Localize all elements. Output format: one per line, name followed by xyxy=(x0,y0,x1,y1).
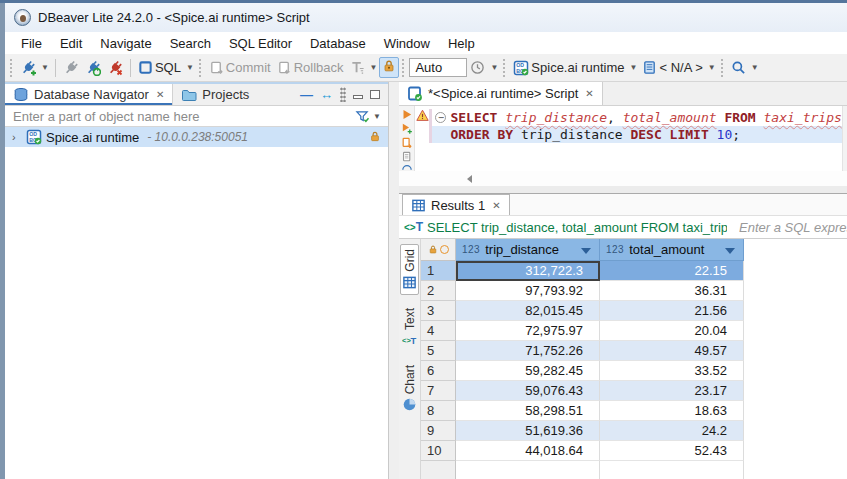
sql-expression-filter-input[interactable] xyxy=(739,216,847,238)
table-row[interactable]: 382,015.4521.56 xyxy=(421,301,847,321)
view-tab-text[interactable]: Text <>T xyxy=(401,304,418,352)
menu-navigate[interactable]: Navigate xyxy=(91,34,160,53)
minimize-part-button[interactable] xyxy=(353,95,363,99)
view-tab-chart[interactable]: Chart xyxy=(401,361,418,416)
script-icon[interactable] xyxy=(401,151,413,162)
sql-editor-dropdown[interactable]: ▼ xyxy=(184,63,196,72)
search-dropdown[interactable]: ▼ xyxy=(749,63,761,72)
data-cell[interactable]: 49.57 xyxy=(600,341,744,361)
transaction-log-dropdown[interactable]: ▼ xyxy=(488,63,500,72)
menu-search[interactable]: Search xyxy=(161,34,220,53)
row-number-cell[interactable]: 7 xyxy=(421,381,456,401)
data-cell[interactable]: 44,018.64 xyxy=(456,441,600,461)
menu-file[interactable]: File xyxy=(12,34,51,53)
active-connection-selector[interactable]: ODBC Spice.ai runtime xyxy=(510,58,627,78)
menu-database[interactable]: Database xyxy=(301,34,375,53)
data-cell[interactable]: 58,298.51 xyxy=(456,401,600,421)
active-connection-dropdown[interactable]: ▼ xyxy=(628,63,640,72)
data-cell[interactable]: 72,975.97 xyxy=(456,321,600,341)
grid-corner-cell[interactable] xyxy=(421,239,456,261)
execute-script-icon[interactable] xyxy=(401,137,413,148)
toolbar-grip[interactable] xyxy=(10,59,14,77)
menu-sql-editor[interactable]: SQL Editor xyxy=(220,34,301,53)
transaction-log-button[interactable] xyxy=(467,58,488,77)
data-cell[interactable]: 52.43 xyxy=(600,441,744,461)
table-row[interactable]: 858,298.5118.63 xyxy=(421,401,847,421)
column-header-total-amount[interactable]: 123 total_amount xyxy=(600,239,744,261)
table-row[interactable]: 659,282.4533.52 xyxy=(421,361,847,381)
connection-lock-toggle[interactable] xyxy=(379,57,399,78)
data-cell[interactable]: 33.52 xyxy=(600,361,744,381)
table-row[interactable]: 759,076.4323.17 xyxy=(421,381,847,401)
row-number-cell[interactable]: 10 xyxy=(421,441,456,461)
table-row[interactable]: 1044,018.6452.43 xyxy=(421,441,847,461)
tab-sql-script[interactable]: *<Spice.ai runtime> Script ✕ xyxy=(399,82,603,105)
active-schema-dropdown[interactable]: ▼ xyxy=(706,63,718,72)
row-number-cell[interactable]: 1 xyxy=(421,261,456,281)
row-number-cell[interactable]: 3 xyxy=(421,301,456,321)
rollback-button[interactable]: Rollback xyxy=(274,58,347,77)
data-cell[interactable]: 24.2 xyxy=(600,421,744,441)
sql-line[interactable]: − SELECT trip_distance, total_amount FRO… xyxy=(429,109,841,126)
maximize-part-button[interactable] xyxy=(370,90,380,99)
editor-horizontal-scrollbar[interactable] xyxy=(399,171,847,186)
connect-button[interactable] xyxy=(60,58,82,78)
sql-editor-button[interactable]: SQL xyxy=(135,58,184,77)
sql-line-current[interactable]: ORDER BY trip_distance DESC LIMIT 10; xyxy=(429,126,841,143)
filter-dropdown[interactable]: ▼ xyxy=(371,112,383,121)
data-cell[interactable]: 59,282.45 xyxy=(456,361,600,381)
tab-database-navigator[interactable]: Database Navigator ✕ xyxy=(5,84,173,105)
table-row[interactable]: 571,752.2649.57 xyxy=(421,341,847,361)
table-row[interactable]: 297,793.9236.31 xyxy=(421,281,847,301)
scroll-left-arrow-icon[interactable] xyxy=(467,175,472,183)
data-cell[interactable]: 18.63 xyxy=(600,401,744,421)
data-cell[interactable]: 97,793.92 xyxy=(456,281,600,301)
data-cell[interactable]: 312,722.3 xyxy=(456,261,600,281)
close-icon[interactable]: ✕ xyxy=(585,88,593,99)
table-row[interactable]: 472,975.9720.04 xyxy=(421,321,847,341)
menu-help[interactable]: Help xyxy=(439,34,484,53)
menu-window[interactable]: Window xyxy=(375,34,439,53)
data-cell[interactable]: 71,752.26 xyxy=(456,341,600,361)
execute-statement-icon[interactable] xyxy=(401,109,413,120)
row-number-cell[interactable]: 6 xyxy=(421,361,456,381)
data-cell[interactable]: 36.31 xyxy=(600,281,744,301)
sql-editor-area[interactable]: − SELECT trip_distance, total_amount FRO… xyxy=(399,106,847,171)
row-number-cell[interactable]: 8 xyxy=(421,401,456,421)
vertical-splitter[interactable] xyxy=(389,82,399,479)
data-cell[interactable]: 82,015.45 xyxy=(456,301,600,321)
chevron-right-icon[interactable]: › xyxy=(12,131,22,143)
commit-button[interactable]: Commit xyxy=(206,58,274,77)
reconnect-button[interactable] xyxy=(82,58,104,78)
overview-ruler[interactable] xyxy=(842,106,847,171)
view-tab-grid[interactable]: Grid xyxy=(400,244,419,295)
data-cell[interactable]: 21.56 xyxy=(600,301,744,321)
row-number-cell[interactable]: 5 xyxy=(421,341,456,361)
new-connection-dropdown[interactable]: ▼ xyxy=(39,63,51,72)
data-cell[interactable]: 20.04 xyxy=(600,321,744,341)
sql-code[interactable]: − SELECT trip_distance, total_amount FRO… xyxy=(429,106,841,171)
horizontal-splitter[interactable] xyxy=(399,186,847,193)
data-cell[interactable]: 51,619.36 xyxy=(456,421,600,441)
transaction-mode-button[interactable] xyxy=(347,58,368,77)
commit-mode-combo[interactable]: Auto xyxy=(409,58,467,77)
data-cell[interactable]: 59,076.43 xyxy=(456,381,600,401)
menu-edit[interactable]: Edit xyxy=(51,34,91,53)
disconnect-button[interactable] xyxy=(104,58,126,78)
fold-collapse-icon[interactable]: − xyxy=(435,112,446,123)
view-grip-dots[interactable] xyxy=(340,87,346,102)
close-icon[interactable]: ✕ xyxy=(492,200,500,211)
table-row[interactable]: 951,619.3624.2 xyxy=(421,421,847,441)
row-number-cell[interactable]: 2 xyxy=(421,281,456,301)
active-schema-selector[interactable]: < N/A > xyxy=(639,58,705,77)
column-header-trip-distance[interactable]: 123 trip_distance xyxy=(456,239,600,261)
column-menu-arrow-icon[interactable] xyxy=(725,248,735,254)
close-icon[interactable]: ✕ xyxy=(156,89,164,100)
swap-panel-icon[interactable]: ↔ xyxy=(320,87,333,102)
object-filter-input[interactable] xyxy=(5,106,355,126)
minimize-view-icon[interactable]: — xyxy=(300,87,313,102)
tree-item-connection[interactable]: › ODBC Spice.ai runtime - 10.0.0.238:500… xyxy=(5,127,388,147)
tab-projects[interactable]: Projects xyxy=(173,84,257,105)
column-menu-arrow-icon[interactable] xyxy=(581,248,591,254)
new-connection-button[interactable] xyxy=(17,58,39,78)
